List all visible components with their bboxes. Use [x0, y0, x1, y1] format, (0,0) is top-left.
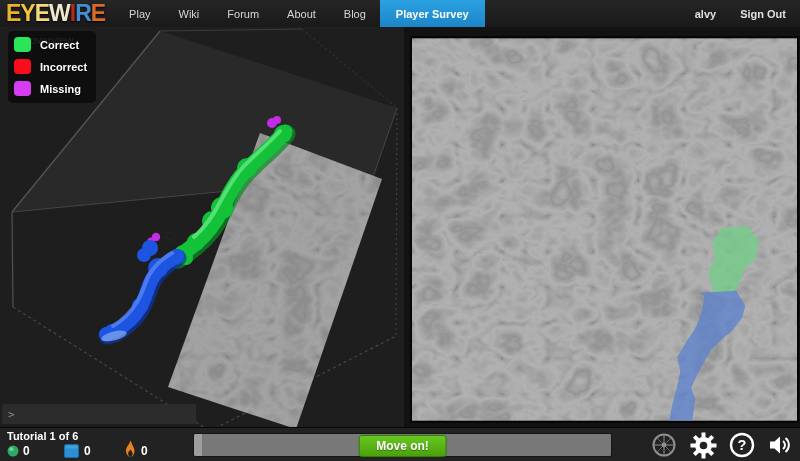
cells-count: 0 [23, 444, 30, 458]
nav-item-wiki[interactable]: Wiki [165, 0, 214, 27]
username-link[interactable]: alvy [695, 8, 716, 20]
viewer-controls: ? [650, 428, 795, 461]
flame-icon [123, 440, 137, 458]
cubes-count: 0 [84, 444, 91, 458]
nav-item-blog[interactable]: Blog [330, 0, 380, 27]
tutorial-progress-label: Tutorial 1 of 6 [7, 430, 78, 442]
legend-label: Correct [40, 39, 79, 51]
gear-icon [690, 432, 717, 459]
legend-row-missing: Missing [14, 81, 87, 96]
missing-swatch [14, 81, 31, 96]
chat-console-input[interactable]: > [2, 404, 196, 424]
correct-swatch [14, 37, 31, 52]
em-slice-image[interactable] [412, 38, 797, 421]
selected-segment-3d[interactable] [100, 240, 178, 344]
logo-letter: Y [20, 0, 34, 27]
legend-label: Incorrect [40, 61, 87, 73]
crosshair-icon [651, 432, 677, 458]
move-on-button[interactable]: Move on! [358, 435, 447, 457]
nav-spacer [485, 0, 695, 27]
nav-item-forum[interactable]: Forum [213, 0, 273, 27]
volume-button[interactable] [767, 431, 795, 459]
console-prompt: > [8, 408, 15, 421]
svg-text:?: ? [738, 437, 747, 453]
question-mark-icon: ? [729, 432, 755, 458]
sphere-icon [7, 445, 19, 457]
eyewire-app: EYEWIRE Play Wiki Forum About Blog Playe… [0, 0, 800, 461]
recenter-button[interactable] [650, 431, 678, 459]
slice-marker [165, 232, 176, 241]
logo-letter: E [6, 0, 20, 27]
user-zone: alvy Sign Out [695, 0, 800, 27]
settings-button[interactable] [689, 431, 717, 459]
incorrect-swatch [14, 59, 31, 74]
nav-item-player-survey[interactable]: Player Survey [380, 0, 485, 27]
nav-item-about[interactable]: About [273, 0, 330, 27]
nav-item-play[interactable]: Play [115, 0, 164, 27]
help-button[interactable]: ? [728, 431, 756, 459]
logo-letter: E [35, 0, 49, 27]
logo-letter: W [49, 0, 70, 27]
logo-letter: R [75, 0, 91, 27]
tutorial-progress-fill [194, 434, 202, 456]
streak-count: 0 [141, 444, 148, 458]
overview-3d-panel[interactable]: overview [0, 27, 404, 427]
cube-icon [64, 444, 79, 458]
top-navigation-bar: EYEWIRE Play Wiki Forum About Blog Playe… [0, 0, 800, 28]
em-2d-panel [404, 27, 800, 427]
tutorial-progress-bar: Move on! [193, 433, 612, 457]
main-workspace: overview [0, 27, 800, 427]
legend-label: Missing [40, 83, 81, 95]
status-bar: Tutorial 1 of 6 0 0 0 Move on! [0, 427, 800, 461]
legend-row-incorrect: Incorrect [14, 59, 87, 74]
legend-row-correct: Correct [14, 37, 87, 52]
eyewire-logo[interactable]: EYEWIRE [0, 0, 115, 27]
logo-letter: E [91, 0, 105, 27]
speaker-icon [769, 433, 793, 457]
sign-out-link[interactable]: Sign Out [740, 8, 786, 20]
accuracy-legend: Correct Incorrect Missing [8, 31, 96, 103]
